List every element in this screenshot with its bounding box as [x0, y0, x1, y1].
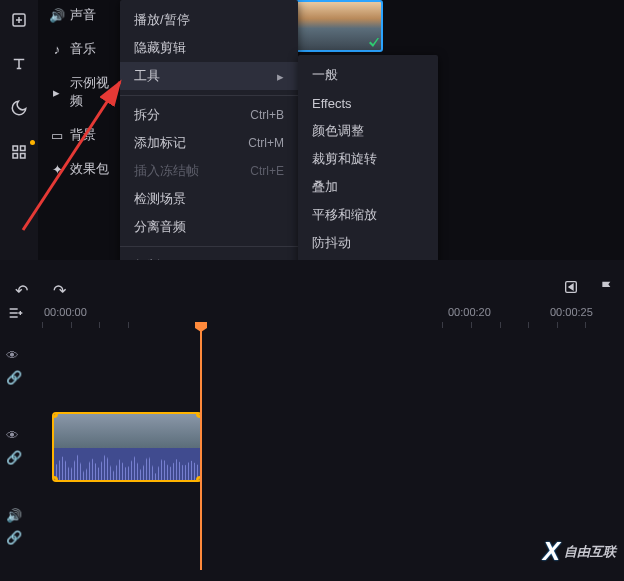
text-tool-icon[interactable] [9, 54, 29, 74]
left-tool-rail [0, 0, 38, 260]
chevron-right-icon: ▸ [277, 69, 284, 84]
asset-sample-video[interactable]: ▸示例视频 [50, 74, 120, 110]
add-track-buttons [6, 304, 24, 322]
menu-shortcut: Ctrl+M [248, 136, 284, 150]
submenu-overlay[interactable]: 叠加 [298, 173, 438, 201]
moon-tool-icon[interactable] [9, 98, 29, 118]
menu-label: 叠加 [312, 178, 338, 196]
submenu-stabilize[interactable]: 防抖动 [298, 229, 438, 257]
clip-video-lane [54, 414, 200, 448]
sound-icon: 🔊 [50, 8, 64, 22]
timecode-0: 00:00:00 [44, 306, 87, 318]
menu-freeze-frame: 插入冻结帧Ctrl+E [120, 157, 298, 185]
svg-rect-2 [21, 146, 26, 151]
background-icon: ▭ [50, 128, 64, 142]
asset-label: 背景 [70, 126, 96, 144]
menu-label: 颜色调整 [312, 122, 364, 140]
media-thumbnail[interactable] [293, 0, 383, 52]
submenu-pan-zoom[interactable]: 平移和缩放 [298, 201, 438, 229]
menu-label: 防抖动 [312, 234, 351, 252]
clip-audio-lane [54, 448, 200, 482]
import-icon[interactable] [9, 10, 29, 30]
menu-label: 播放/暂停 [134, 11, 190, 29]
menu-tools[interactable]: 工具▸ [120, 62, 298, 90]
menu-label: 裁剪和旋转 [312, 150, 377, 168]
menu-shortcut: Ctrl+E [250, 164, 284, 178]
undo-icon[interactable]: ↶ [12, 281, 30, 299]
submenu-effects[interactable]: Effects [298, 89, 438, 117]
link-icon[interactable]: 🔗 [6, 370, 22, 386]
asset-label: 音乐 [70, 40, 96, 58]
asset-fx-pack[interactable]: ✦效果包 [50, 160, 120, 178]
menu-split-audio[interactable]: 分离音频 [120, 213, 298, 241]
link-icon[interactable]: 🔗 [6, 530, 22, 546]
marker-tool-icon[interactable] [562, 278, 580, 296]
video-icon: ▸ [50, 85, 64, 99]
menu-add-marker[interactable]: 添加标记Ctrl+M [120, 129, 298, 157]
asset-label: 声音 [70, 6, 96, 24]
timecode-2: 00:00:20 [448, 306, 491, 318]
svg-rect-1 [13, 146, 18, 151]
menu-play-pause[interactable]: 播放/暂停 [120, 6, 298, 34]
svg-rect-3 [13, 154, 18, 159]
visibility-icon[interactable]: 👁 [6, 428, 22, 444]
timecode-3: 00:00:25 [550, 306, 593, 318]
flag-icon[interactable] [598, 278, 616, 296]
submenu-general[interactable]: 一般 [298, 61, 438, 89]
asset-label: 示例视频 [70, 74, 120, 110]
link-icon[interactable]: 🔗 [6, 450, 22, 466]
menu-separator [120, 246, 298, 247]
playhead[interactable] [200, 330, 202, 570]
menu-shortcut: Ctrl+B [250, 108, 284, 122]
timeline-clip[interactable] [52, 412, 202, 482]
visibility-icon[interactable]: 👁 [6, 348, 22, 364]
svg-rect-4 [21, 154, 26, 159]
submenu-color[interactable]: 颜色调整 [298, 117, 438, 145]
menu-detect-scene[interactable]: 检测场景 [120, 185, 298, 213]
music-icon: ♪ [50, 42, 64, 56]
track-header-2: 👁 🔗 [6, 428, 38, 466]
menu-label: 隐藏剪辑 [134, 39, 186, 57]
fxpack-icon: ✦ [50, 162, 64, 176]
timeline-ruler[interactable] [42, 322, 614, 330]
menu-split[interactable]: 拆分Ctrl+B [120, 101, 298, 129]
asset-background[interactable]: ▭背景 [50, 126, 120, 144]
watermark: X 自由互联 [543, 536, 616, 567]
add-track-icon[interactable] [6, 304, 24, 322]
menu-label: 插入冻结帧 [134, 162, 199, 180]
track-header-1: 👁 🔗 [6, 348, 38, 386]
asset-category-list: 🔊声音 ♪音乐 ▸示例视频 ▭背景 ✦效果包 [50, 0, 120, 178]
asset-music[interactable]: ♪音乐 [50, 40, 120, 58]
menu-label: 平移和缩放 [312, 206, 377, 224]
menu-label: 拆分 [134, 106, 160, 124]
menu-label: 工具 [134, 67, 160, 85]
menu-label: 分离音频 [134, 218, 186, 236]
track-header-3: 🔊 🔗 [6, 508, 38, 546]
menu-label: Effects [312, 96, 352, 111]
clip-handle[interactable] [52, 476, 58, 482]
menu-label: 检测场景 [134, 190, 186, 208]
watermark-text: 自由互联 [564, 543, 616, 561]
menu-label: 一般 [312, 66, 338, 84]
grid-tool-icon[interactable] [9, 142, 29, 162]
menu-hide-clip[interactable]: 隐藏剪辑 [120, 34, 298, 62]
asset-sound[interactable]: 🔊声音 [50, 6, 120, 24]
asset-label: 效果包 [70, 160, 109, 178]
timeline-right-tools [562, 278, 616, 296]
redo-icon[interactable]: ↷ [50, 281, 68, 299]
speaker-icon[interactable]: 🔊 [6, 508, 22, 524]
timeline-toolbar: ↶ ↷ [0, 270, 624, 310]
submenu-crop-rotate[interactable]: 裁剪和旋转 [298, 145, 438, 173]
watermark-x-icon: X [543, 536, 560, 567]
menu-separator [120, 95, 298, 96]
menu-label: 添加标记 [134, 134, 186, 152]
